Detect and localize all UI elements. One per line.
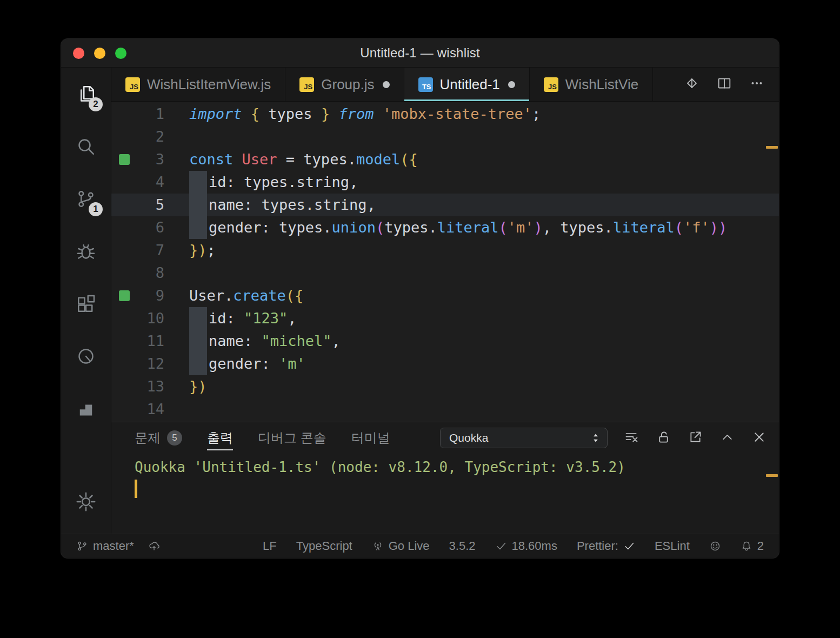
status-quokka-perf[interactable]: 18.60ms (495, 539, 557, 553)
line-number: 9 (136, 284, 164, 307)
open-changes-icon (684, 75, 700, 91)
code-text: id: types.string, (164, 171, 779, 194)
gutter (111, 148, 136, 171)
status-publish[interactable] (148, 540, 160, 552)
line-number: 4 (136, 171, 164, 194)
quokka-coverage-marker (119, 154, 130, 165)
output-console[interactable]: Quokka 'Untitled-1.ts' (node: v8.12.0, T… (111, 454, 779, 534)
line-number: 10 (136, 307, 164, 330)
status-ts-version[interactable]: 3.5.2 (449, 539, 476, 553)
gear-icon (75, 491, 97, 513)
status-eslint[interactable]: ESLint (655, 539, 690, 553)
code-line[interactable]: 3const User = types.model({ (111, 148, 779, 171)
titlebar[interactable]: Untitled-1 — wishlist (61, 39, 779, 68)
js-file-icon: JS (125, 77, 140, 92)
code-text (164, 398, 779, 421)
gutter (111, 307, 136, 330)
code-line[interactable]: 2 (111, 125, 779, 148)
activity-item-explorer[interactable]: 2 (61, 68, 111, 120)
gutter (111, 375, 136, 398)
editor-tab-3[interactable]: TSUntitled-1 (404, 68, 530, 101)
code-text: }); (164, 239, 779, 262)
covered-indent-block (189, 216, 207, 239)
status-eol[interactable]: LF (263, 539, 277, 553)
status-branch[interactable]: master* (76, 539, 134, 553)
panel-tab-output[interactable]: 출력 (207, 422, 233, 454)
code-line[interactable]: 1import { types } from 'mobx-state-tree'… (111, 103, 779, 125)
output-channel-select[interactable]: Quokka (440, 428, 608, 448)
code-editor[interactable]: 1import { types } from 'mobx-state-tree'… (111, 102, 779, 422)
activity-item-search[interactable] (61, 120, 111, 172)
minimize-window-button[interactable] (94, 48, 105, 59)
more-actions-button[interactable] (749, 75, 765, 94)
status-go-live[interactable]: Go Live (372, 539, 430, 553)
editor-tab-bar: JSWishListItemView.jsJSGroup.jsTSUntitle… (111, 68, 779, 102)
activity-item-source-control[interactable]: 1 (61, 172, 111, 225)
covered-indent-block (189, 353, 207, 375)
activity-item-quokka[interactable] (61, 330, 111, 382)
code-line[interactable]: 5name: types.string, (111, 194, 779, 216)
editor-tab-2[interactable]: JSGroup.js (285, 68, 404, 101)
code-line[interactable]: 14 (111, 398, 779, 421)
status-eslint-label: ESLint (655, 539, 690, 553)
tab-label: WishListVie (565, 76, 638, 93)
code-text: }) (164, 375, 779, 398)
code-line[interactable]: 11name: "michel", (111, 330, 779, 353)
line-number: 7 (136, 239, 164, 262)
activity-item-extensions[interactable] (61, 277, 111, 330)
modified-dot (383, 81, 390, 88)
code-line[interactable]: 6gender: types.union(types.literal('m'),… (111, 216, 779, 239)
close-panel-button[interactable] (751, 429, 767, 447)
line-number: 6 (136, 216, 164, 239)
line-number: 14 (136, 398, 164, 421)
lock-scroll-button[interactable] (656, 429, 671, 447)
editor-tab-1[interactable]: JSWishListItemView.js (111, 68, 285, 101)
smiley-icon (709, 540, 721, 552)
status-bar: master* LFTypeScriptGo Live3.5.218.60msP… (61, 534, 779, 558)
covered-indent-block (189, 194, 207, 216)
activity-item-live-server[interactable] (61, 382, 111, 435)
output-cursor (135, 480, 137, 498)
gutter (111, 125, 136, 148)
panel-tab-problems[interactable]: 문제5 (135, 422, 182, 454)
code-line[interactable]: 12gender: 'm' (111, 353, 779, 375)
status-language-mode[interactable]: TypeScript (296, 539, 352, 553)
code-line[interactable]: 8 (111, 262, 779, 284)
open-in-editor-button[interactable] (688, 429, 703, 447)
clear-output-button[interactable] (624, 429, 639, 447)
panel-tab-terminal[interactable]: 터미널 (351, 422, 390, 454)
gutter (111, 330, 136, 353)
activity-item-debug[interactable] (61, 225, 111, 277)
modified-dot (508, 81, 515, 88)
js-file-icon: JS (544, 77, 558, 92)
status-feedback[interactable] (709, 540, 721, 552)
vscode-window: Untitled-1 — wishlist 21 JSWishListItemV… (61, 39, 779, 558)
status-notifications[interactable]: 2 (741, 539, 764, 553)
activity-item-settings[interactable] (61, 477, 111, 526)
status-branch-label: master* (93, 539, 134, 553)
maximize-panel-button[interactable] (719, 429, 735, 447)
output-channel-value: Quokka (449, 431, 488, 444)
open-in-editor-icon (688, 429, 703, 445)
bell-icon (741, 540, 752, 552)
code-line[interactable]: 9User.create({ (111, 284, 779, 307)
code-text: const User = types.model({ (164, 148, 779, 171)
status-prettier[interactable]: Prettier: (577, 539, 635, 553)
editor-tab-4[interactable]: JSWishListVie (530, 68, 653, 101)
code-text: name: "michel", (164, 330, 779, 353)
window-title: Untitled-1 — wishlist (360, 45, 480, 61)
close-window-button[interactable] (73, 48, 84, 59)
code-line[interactable]: 7}); (111, 239, 779, 262)
split-editor-button[interactable] (716, 75, 732, 94)
open-changes-button[interactable] (684, 75, 700, 94)
panel-tab-badge: 5 (167, 430, 182, 446)
ts-file-icon: TS (418, 77, 433, 92)
code-line[interactable]: 4id: types.string, (111, 171, 779, 194)
code-line[interactable]: 10id: "123", (111, 307, 779, 330)
code-line[interactable]: 13}) (111, 375, 779, 398)
zoom-window-button[interactable] (115, 48, 126, 59)
unlock-icon (656, 429, 671, 445)
code-text: User.create({ (164, 284, 779, 307)
gutter (111, 262, 136, 284)
panel-tab-debug-console[interactable]: 디버그 콘솔 (258, 422, 326, 454)
